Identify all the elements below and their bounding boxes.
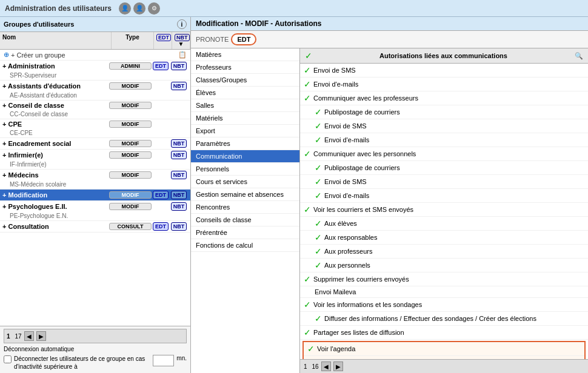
nbt-badge: NBT	[171, 202, 187, 211]
timeout-input[interactable]: 120	[153, 355, 174, 366]
check-mark: ✓	[315, 219, 322, 228]
group-main-row[interactable]: + Administration ADMINI EDT NBT	[0, 61, 190, 71]
left-arrow[interactable]: ◀	[24, 331, 34, 341]
perm-text: Aux responsables	[324, 234, 584, 241]
perm-item[interactable]: ✓Partager ses listes de diffusion	[300, 326, 588, 340]
category-item[interactable]: Gestion semaine et absences	[191, 188, 299, 201]
group-row: + Administration ADMINI EDT NBT SPR-Supe…	[0, 61, 190, 81]
scroll-down-arrow[interactable]: ▼	[178, 41, 184, 47]
perm-item[interactable]: ✓Aux professeurs	[300, 245, 588, 259]
category-item[interactable]: Classes/Groupes	[191, 74, 299, 87]
group-type: MODIF	[109, 120, 152, 128]
group-main-row[interactable]: + CPE MODIF	[0, 119, 190, 129]
perm-item[interactable]: ✓Envoi d'e-mails	[300, 78, 588, 91]
perm-item[interactable]: ✓Envoi de SMS	[300, 119, 588, 133]
current-page: 1	[7, 333, 10, 340]
category-item[interactable]: Cours et services	[191, 176, 299, 188]
perm-item[interactable]: ✓Envoi de SMS	[300, 64, 588, 78]
group-type: MODIF	[109, 191, 152, 199]
info-icon[interactable]: i	[177, 19, 187, 29]
category-item[interactable]: Export	[191, 125, 299, 137]
perm-item[interactable]: ✓Supprimer les courriers envoyés	[300, 272, 588, 286]
group-main-row[interactable]: + Médecins MODIF NBT	[0, 170, 190, 180]
group-row: + Infirmier(e) MODIF NBT IF-Infirmier(e)	[0, 150, 190, 170]
right-panel-header: Modification - MODIF - Autorisations	[191, 17, 588, 31]
category-item[interactable]: Fonctions de calcul	[191, 239, 299, 252]
group-main-row[interactable]: + Infirmier(e) MODIF NBT	[0, 150, 190, 160]
edt-tab[interactable]: EDT	[231, 33, 256, 45]
perm-item[interactable]: ✓Envoi d'e-mails	[300, 133, 588, 147]
permissions-items: ✓Envoi de SMS✓Envoi d'e-mails✓Communique…	[300, 64, 588, 359]
check-mark: ✓	[315, 191, 322, 200]
permissions-panel: ✓ Autorisations liées aux communications…	[300, 48, 588, 373]
group-row: + Conseil de classe MODIF CC-Conseil de …	[0, 101, 190, 119]
group-main-row[interactable]: + Modification MODIF EDT NBT	[0, 190, 190, 200]
nbt-badge: NBT	[171, 151, 187, 159]
category-item[interactable]: Rencontres	[191, 201, 299, 214]
create-group-label: + Créer un groupe	[11, 51, 65, 59]
right-left-arrow[interactable]: ◀	[321, 361, 331, 371]
nbt-badge: NBT	[171, 191, 187, 199]
perm-item[interactable]: Envoi Maileva	[300, 286, 588, 298]
perm-text: Communiquer avec les professeurs	[313, 94, 584, 102]
auto-disconnect-label: Déconnexion automatique	[4, 346, 187, 352]
perm-text: Publipostage de courriers	[324, 164, 584, 171]
check-mark: ✓	[304, 300, 311, 309]
group-name: + CPE	[2, 120, 109, 128]
perm-item[interactable]: ✓Envoi d'e-mails	[300, 189, 588, 203]
category-item[interactable]: Paramètres	[191, 137, 299, 150]
category-item[interactable]: Élèves	[191, 87, 299, 99]
group-name: + Infirmier(e)	[2, 151, 109, 159]
search-icon[interactable]: 🔍	[575, 52, 583, 60]
group-edt-cell: EDT	[152, 222, 170, 231]
group-sub-label: IF-Infirmier(e)	[0, 160, 190, 169]
nbt-badge: NBT	[171, 222, 187, 231]
right-arrow[interactable]: ▶	[36, 331, 46, 341]
groups-title: Groupes d'utilisateurs	[4, 21, 74, 28]
perm-item[interactable]: ✓Voir les courriers et SMS envoyés	[300, 203, 588, 217]
group-main-row[interactable]: + Consultation CONSULT EDT NBT	[0, 221, 190, 232]
perm-item[interactable]: ✓Publipostage de courriers	[300, 105, 588, 119]
group-main-row[interactable]: + Conseil de classe MODIF	[0, 101, 190, 110]
category-item[interactable]: Matériels	[191, 112, 299, 125]
perm-item[interactable]: ✓Voir les informations et les sondages	[300, 298, 588, 312]
perm-item[interactable]: ✓Publipostage de courriers	[300, 161, 588, 175]
perm-item[interactable]: ✓Aux élèves	[300, 217, 588, 231]
perm-item[interactable]: ✓Voir l'agenda	[304, 342, 584, 356]
perm-item[interactable]: ✓Aux responsables	[300, 231, 588, 245]
category-item[interactable]: Personnels	[191, 163, 299, 176]
create-group-row[interactable]: ⊕ + Créer un groupe 📋	[0, 50, 190, 61]
category-item[interactable]: Salles	[191, 99, 299, 112]
perm-item[interactable]: ✓Aux personnels	[300, 259, 588, 272]
check-mark: ✓	[315, 107, 322, 117]
check-mark: ✓	[315, 314, 322, 323]
disconnect-checkbox[interactable]	[4, 355, 12, 363]
permissions-title: Autorisations liées aux communications	[379, 52, 507, 59]
group-row: + Modification MODIF EDT NBT	[0, 190, 190, 201]
perm-item[interactable]: ✓Communiquer avec les personnels	[300, 147, 588, 161]
category-item[interactable]: Conseils de classe	[191, 214, 299, 226]
check-mark: ✓	[315, 177, 322, 187]
copy-icon: 📋	[178, 51, 187, 59]
perm-item[interactable]: ✓Diffuser des informations / Effectuer d…	[300, 312, 588, 326]
perm-text: Envoi d'e-mails	[313, 81, 584, 88]
check-mark: ✓	[304, 79, 311, 89]
category-item[interactable]: Prérentrée	[191, 226, 299, 239]
group-main-row[interactable]: + Assistants d'éducation MODIF NBT	[0, 81, 190, 91]
perm-item[interactable]: ✓Envoi de SMS	[300, 175, 588, 189]
group-main-row[interactable]: + Encadrement social MODIF NBT	[0, 138, 190, 149]
category-item[interactable]: Communication	[191, 150, 299, 163]
group-row: + Médecins MODIF NBT MS-Médecin scolaire	[0, 170, 190, 190]
category-item[interactable]: Professeurs	[191, 61, 299, 74]
category-item[interactable]: Matières	[191, 48, 299, 61]
group-edt-cell: EDT	[152, 191, 170, 199]
right-panel: Modification - MODIF - Autorisations PRO…	[191, 17, 588, 373]
group-type: MODIF	[109, 82, 152, 90]
check-mark: ✓	[315, 163, 322, 173]
group-main-row[interactable]: + Psychologues E.II. MODIF NBT	[0, 201, 190, 212]
right-right-arrow[interactable]: ▶	[333, 361, 343, 371]
right-total-pages: 16	[312, 363, 319, 370]
perm-item[interactable]: ✓Communiquer avec les professeurs	[300, 91, 588, 105]
check-all-icon[interactable]: ✓	[305, 51, 312, 61]
group-row: + CPE MODIF CE-CPE	[0, 119, 190, 138]
